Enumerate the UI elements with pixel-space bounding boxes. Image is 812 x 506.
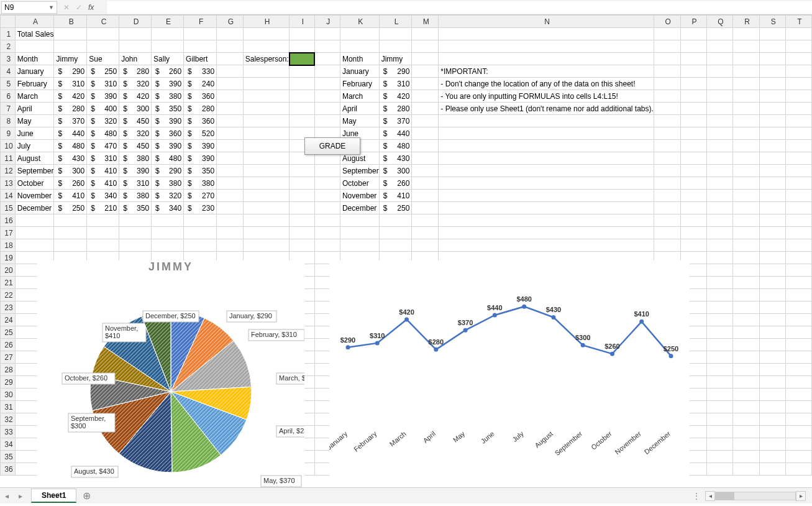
cell-L4[interactable]: $290 (379, 65, 412, 78)
cell-M10[interactable] (412, 140, 439, 152)
cell-R9[interactable] (733, 127, 759, 140)
cell-C16[interactable] (87, 214, 119, 227)
cell-K16[interactable] (340, 214, 379, 227)
cell-I8[interactable] (290, 115, 314, 127)
cell-S25[interactable] (759, 326, 785, 339)
cell-C18[interactable] (87, 239, 119, 252)
row-header-11[interactable]: 11 (1, 152, 16, 165)
cell-Q8[interactable] (706, 115, 733, 127)
cell-P14[interactable] (680, 190, 706, 202)
cell-R6[interactable] (733, 90, 759, 103)
cell-A3[interactable]: Month (15, 53, 54, 65)
cell-P4[interactable] (680, 65, 706, 78)
cell-D11[interactable]: $380 (119, 152, 152, 165)
cell-O6[interactable] (654, 90, 680, 103)
cell-O13[interactable] (654, 177, 680, 190)
cell-J6[interactable] (314, 90, 340, 103)
cell-E7[interactable]: $350 (152, 103, 184, 115)
cell-S14[interactable] (759, 190, 785, 202)
col-header-C[interactable]: C (87, 16, 119, 28)
name-box[interactable]: N9 ▼ (1, 1, 57, 14)
cell-N1[interactable] (439, 28, 654, 40)
cell-R24[interactable] (733, 314, 759, 326)
cell-D9[interactable]: $320 (119, 127, 152, 140)
col-header-E[interactable]: E (152, 16, 184, 28)
cell-N14[interactable] (439, 190, 654, 202)
row-header-6[interactable]: 6 (1, 90, 16, 103)
cell-H5[interactable] (243, 78, 290, 90)
cell-B2[interactable] (54, 40, 87, 53)
row-header-4[interactable]: 4 (1, 65, 16, 78)
cell-C10[interactable]: $470 (87, 140, 119, 152)
cell-I1[interactable] (290, 28, 314, 40)
cell-S26[interactable] (759, 339, 785, 351)
cell-E18[interactable] (152, 239, 184, 252)
cell-Q15[interactable] (706, 202, 733, 214)
row-header-33[interactable]: 33 (1, 426, 16, 438)
cell-A16[interactable] (15, 214, 54, 227)
cell-R16[interactable] (733, 214, 759, 227)
row-header-23[interactable]: 23 (1, 301, 16, 314)
cell-G18[interactable] (217, 239, 244, 252)
cell-D5[interactable]: $320 (119, 78, 152, 90)
cell-N13[interactable] (439, 177, 654, 190)
col-header-B[interactable]: B (54, 16, 87, 28)
cell-L11[interactable]: $430 (379, 152, 412, 165)
cell-N3[interactable] (439, 53, 654, 65)
cell-M6[interactable] (412, 90, 439, 103)
cell-E4[interactable]: $260 (152, 65, 184, 78)
cell-K4[interactable]: January (340, 65, 379, 78)
row-header-32[interactable]: 32 (1, 413, 16, 426)
cell-P12[interactable] (680, 165, 706, 177)
cell-G9[interactable] (217, 127, 244, 140)
cell-F13[interactable]: $380 (184, 177, 217, 190)
cell-Q4[interactable] (706, 65, 733, 78)
cell-A11[interactable]: August (15, 152, 54, 165)
cell-T29[interactable] (785, 376, 811, 389)
cell-R21[interactable] (733, 277, 759, 289)
cell-L8[interactable]: $370 (379, 115, 412, 127)
cell-D7[interactable]: $300 (119, 103, 152, 115)
cell-G17[interactable] (217, 227, 244, 239)
cell-E9[interactable]: $360 (152, 127, 184, 140)
cell-P18[interactable] (680, 239, 706, 252)
cell-C6[interactable]: $390 (87, 90, 119, 103)
cell-E1[interactable] (152, 28, 184, 40)
cell-N16[interactable] (439, 214, 654, 227)
row-header-10[interactable]: 10 (1, 140, 16, 152)
col-header-H[interactable]: H (243, 16, 290, 28)
cell-T13[interactable] (785, 177, 811, 190)
cell-S6[interactable] (759, 90, 785, 103)
cell-Q29[interactable] (706, 376, 733, 389)
row-header-2[interactable]: 2 (1, 40, 16, 53)
cell-A15[interactable]: December (15, 202, 54, 214)
chevron-down-icon[interactable]: ▼ (48, 4, 54, 11)
cell-L12[interactable]: $300 (379, 165, 412, 177)
cell-T4[interactable] (785, 65, 811, 78)
cell-O11[interactable] (654, 152, 680, 165)
cell-T23[interactable] (785, 301, 811, 314)
cell-C11[interactable]: $310 (87, 152, 119, 165)
cell-T5[interactable] (785, 78, 811, 90)
col-header-N[interactable]: N (439, 16, 654, 28)
cell-O16[interactable] (654, 214, 680, 227)
cell-Q19[interactable] (706, 252, 733, 264)
col-header-D[interactable]: D (119, 16, 152, 28)
horizontal-scrollbar[interactable]: ⋮ ◂ ▸ (97, 491, 812, 501)
cell-D14[interactable]: $380 (119, 190, 152, 202)
cell-T31[interactable] (785, 401, 811, 413)
cell-E6[interactable]: $380 (152, 90, 184, 103)
cell-K2[interactable] (340, 40, 379, 53)
cell-E16[interactable] (152, 214, 184, 227)
cell-S12[interactable] (759, 165, 785, 177)
cell-F8[interactable]: $360 (184, 115, 217, 127)
cell-F4[interactable]: $330 (184, 65, 217, 78)
row-header-14[interactable]: 14 (1, 190, 16, 202)
cell-G10[interactable] (217, 140, 244, 152)
cell-C4[interactable]: $250 (87, 65, 119, 78)
row-header-26[interactable]: 26 (1, 339, 16, 351)
cell-T30[interactable] (785, 389, 811, 401)
cell-D16[interactable] (119, 214, 152, 227)
cell-F15[interactable]: $230 (184, 202, 217, 214)
cell-P15[interactable] (680, 202, 706, 214)
